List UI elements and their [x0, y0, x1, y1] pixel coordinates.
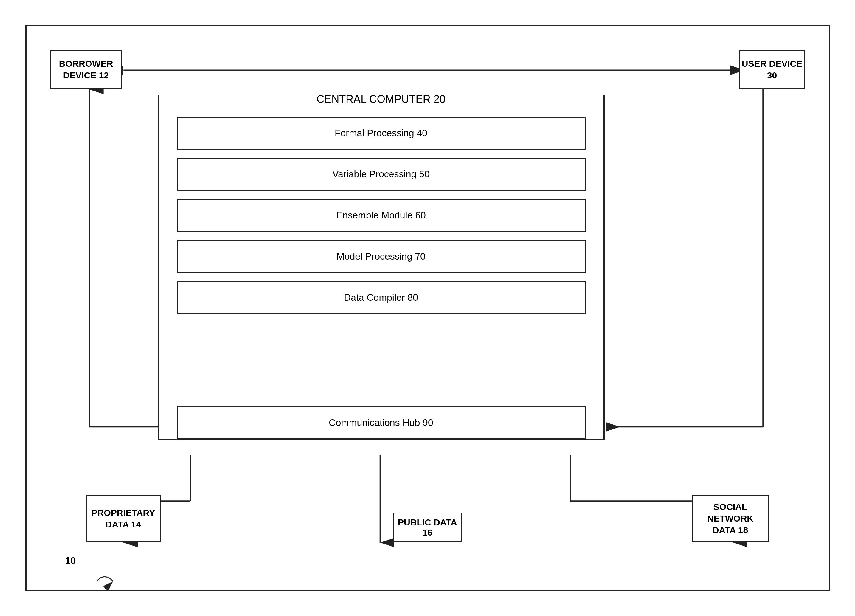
social-network-data-line1: SOCIAL NETWORK: [693, 501, 768, 524]
social-network-data-box: SOCIAL NETWORK DATA 18: [692, 495, 769, 542]
model-processing-label: Model Processing 70: [336, 251, 426, 262]
reference-label: 10: [65, 555, 76, 566]
borrower-device-box: BORROWER DEVICE 12: [51, 50, 122, 89]
formal-processing-box: Formal Processing 40: [177, 117, 585, 150]
ensemble-module-box: Ensemble Module 60: [177, 199, 585, 232]
borrower-device-line1: BORROWER: [59, 58, 113, 69]
user-device-box: USER DEVICE 30: [739, 50, 805, 89]
public-data-box: PUBLIC DATA 16: [393, 513, 462, 542]
central-computer-box: CENTRAL COMPUTER 20 Formal Processing 40…: [158, 95, 605, 440]
data-compiler-box: Data Compiler 80: [177, 281, 585, 314]
public-data-label: PUBLIC DATA 16: [394, 517, 461, 538]
formal-processing-label: Formal Processing 40: [335, 127, 428, 139]
user-device-line2: 30: [742, 69, 802, 81]
variable-processing-label: Variable Processing 50: [332, 169, 430, 180]
proprietary-data-box: PROPRIETARY DATA 14: [86, 495, 161, 542]
central-computer-title: CENTRAL COMPUTER 20: [159, 93, 604, 106]
data-compiler-label: Data Compiler 80: [344, 292, 418, 303]
model-processing-box: Model Processing 70: [177, 240, 585, 273]
proprietary-data-line2: DATA 14: [92, 519, 155, 530]
communications-hub-label: Communications Hub 90: [329, 417, 433, 428]
variable-processing-box: Variable Processing 50: [177, 158, 585, 191]
diagram-container: BORROWER DEVICE 12 USER DEVICE 30 CENTRA…: [25, 25, 830, 591]
user-device-line1: USER DEVICE: [742, 58, 802, 69]
proprietary-data-line1: PROPRIETARY: [92, 507, 155, 519]
social-network-data-line2: DATA 18: [693, 524, 768, 536]
communications-hub-box: Communications Hub 90: [177, 406, 585, 439]
ensemble-module-label: Ensemble Module 60: [336, 210, 426, 221]
borrower-device-line2: DEVICE 12: [59, 69, 113, 81]
